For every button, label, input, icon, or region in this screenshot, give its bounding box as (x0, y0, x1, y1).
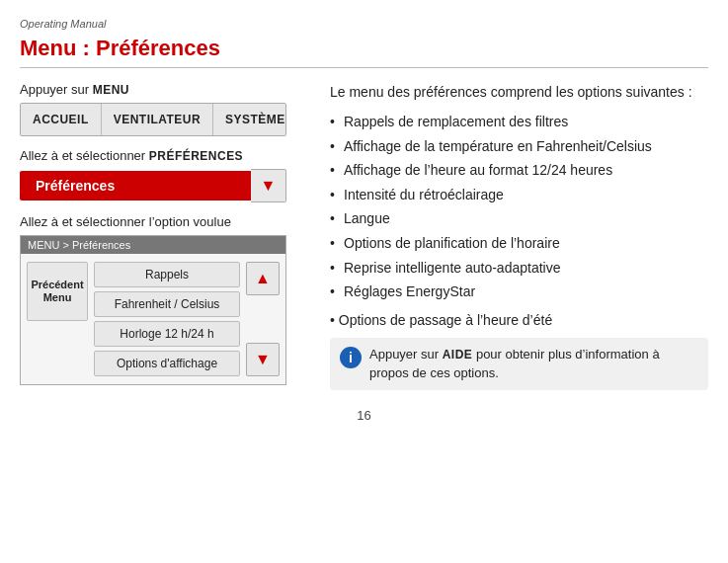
menu-option-affichage[interactable]: Options d'affichage (94, 351, 240, 376)
menu-option-horloge[interactable]: Horloge 12 h/24 h (94, 321, 240, 347)
operating-manual-label: Operating Manual (20, 18, 708, 30)
page-number: 16 (20, 408, 708, 423)
nav-ventilateur-button[interactable]: VENTILATEUR (102, 104, 213, 135)
nav-bar: ACCUEIL VENTILATEUR SYSTÈME MENU (20, 103, 286, 136)
menu-panel-header: MENU > Préférences (21, 236, 285, 254)
intro-text: Le menu des préférences comprend les opt… (330, 82, 708, 103)
arrow-column (246, 262, 280, 376)
pref-select-row: Préférences (20, 169, 286, 202)
features-list: Rappels de remplacement des filtres Affi… (330, 113, 708, 302)
list-item: Intensité du rétroéclairage (330, 186, 708, 205)
summer-option-text: Options de passage à l’heure d’été (330, 312, 708, 328)
pref-select-bar[interactable]: Préférences (20, 171, 251, 201)
page-container: Operating Manual Menu : Préférences Appu… (0, 0, 728, 441)
page-title: Menu : Préférences (20, 36, 708, 68)
menu-options-list: Rappels Fahrenheit / Celsius Horloge 12 … (94, 262, 240, 376)
pref-arrow-down-button[interactable] (251, 169, 286, 202)
arrow-up-button[interactable] (246, 262, 280, 295)
right-column: Le menu des préférences comprend les opt… (330, 82, 708, 390)
info-icon: i (340, 347, 362, 368)
arrow-down-button[interactable] (246, 343, 280, 376)
info-box: i Appuyer sur AIDE pour obtenir plus d’i… (330, 338, 708, 391)
step1-label: Appuyer sur MENU (20, 82, 306, 97)
list-item: Rappels de remplacement des filtres (330, 113, 708, 132)
list-item: Affichage de l’heure au format 12/24 heu… (330, 161, 708, 181)
menu-option-rappels[interactable]: Rappels (94, 262, 240, 287)
list-item: Options de planification de l’horaire (330, 234, 708, 254)
list-item: Affichage de la température en Fahrenhei… (330, 137, 708, 157)
prev-menu-button[interactable]: PrécédentMenu (27, 262, 88, 321)
nav-systeme-button[interactable]: SYSTÈME (213, 104, 286, 135)
step3-label: Allez à et sélectionner l’option voulue (20, 214, 306, 229)
menu-panel: MENU > Préférences PrécédentMenu Rappels… (20, 235, 286, 385)
list-item: Reprise intelligente auto-adaptative (330, 259, 708, 279)
nav-accueil-button[interactable]: ACCUEIL (21, 104, 102, 135)
main-layout: Appuyer sur MENU ACCUEIL VENTILATEUR SYS… (20, 82, 708, 390)
info-text: Appuyer sur AIDE pour obtenir plus d’inf… (369, 346, 698, 383)
left-column: Appuyer sur MENU ACCUEIL VENTILATEUR SYS… (20, 82, 306, 390)
list-item: Langue (330, 209, 708, 229)
menu-option-fahrenheit[interactable]: Fahrenheit / Celsius (94, 291, 240, 317)
list-item: Réglages EnergyStar (330, 282, 708, 302)
menu-panel-body: PrécédentMenu Rappels Fahrenheit / Celsi… (21, 254, 285, 384)
step2-label: Allez à et sélectionner PRÉFÉRENCES (20, 148, 306, 163)
